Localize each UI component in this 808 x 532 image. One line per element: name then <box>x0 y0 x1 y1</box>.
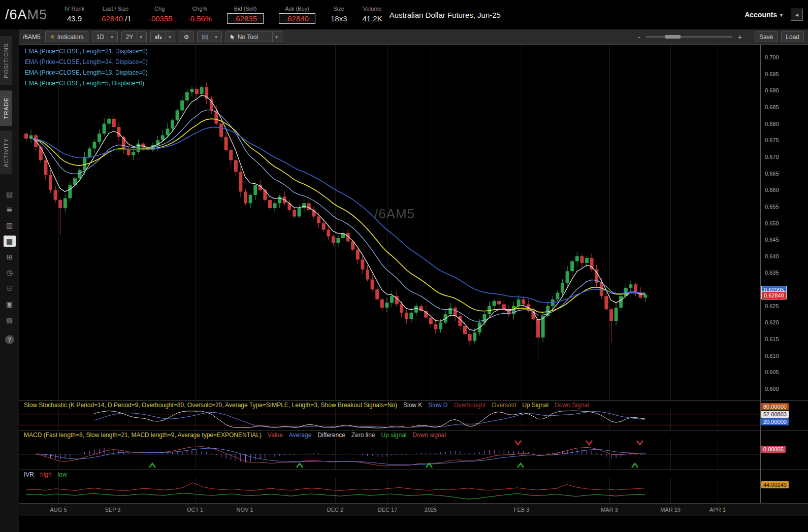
sidebar-tab-trade[interactable]: TRADE <box>0 90 12 126</box>
chevron-down-icon: ▾ <box>166 32 171 42</box>
ema-legend-row-4[interactable]: EMA (Price=CLOSE, Length=5, Displace=0) <box>25 78 148 89</box>
load-button[interactable]: Load <box>781 31 804 42</box>
price-tick: 0.665 <box>765 171 779 177</box>
stochastic-legend-down-signal[interactable]: Down Signal <box>555 402 589 409</box>
stochastic-title[interactable]: Slow Stochastic (K Period=14, D Period=9… <box>24 402 397 409</box>
indicators-button[interactable]: ✳ Indicators <box>45 31 88 42</box>
time-tick-feb-3: FEB 3 <box>514 507 530 513</box>
macd-legend-value[interactable]: Value <box>268 431 283 439</box>
time-tick-mar-19: MAR 19 <box>660 507 681 513</box>
chart-type-select[interactable]: ▾ <box>150 31 176 42</box>
quote-field-value: 43.9 <box>67 14 82 23</box>
quote-field-last-size: Last / Size.62840 /1 <box>100 6 132 23</box>
time-tick-mar-3: MAR 3 <box>601 507 618 513</box>
time-tick-apr-1: APR 1 <box>709 507 726 513</box>
stochastic-legend-up-signal[interactable]: Up Signal <box>522 402 548 409</box>
studies-grid-button[interactable]: ▾ <box>197 31 222 42</box>
price-tick: 0.675 <box>765 137 779 143</box>
price-tick: 0.670 <box>765 154 779 160</box>
zoom-slider[interactable] <box>646 36 732 38</box>
time-axis[interactable]: AUG 5SEP 3OCT 1NOV 1DEC 2DEC 172025FEB 3… <box>19 503 808 516</box>
macd-axis: 0.00005 <box>760 430 808 470</box>
watchlist-icon[interactable]: ▥ <box>4 220 16 231</box>
quote-field-label: Chg <box>154 6 165 12</box>
quote-field-volume: Volume41.2K <box>362 6 382 23</box>
stochastic-legend-slow-k[interactable]: Slow K <box>403 402 422 409</box>
price-tick: 0.660 <box>765 187 779 193</box>
price-tick: 0.605 <box>765 369 779 375</box>
macd-title[interactable]: MACD (Fast length=8, Slow length=21, MAC… <box>24 431 262 439</box>
ivr-title[interactable]: IVR <box>24 471 34 478</box>
stochastic-value-label: 80.00000 <box>761 403 789 410</box>
quotes-icon[interactable]: ▤ <box>4 188 16 200</box>
price-tick: 0.690 <box>765 87 779 93</box>
people-icon[interactable]: ⚇ <box>4 283 16 294</box>
indicators-icon: ✳ <box>50 34 55 41</box>
save-button[interactable]: Save <box>755 31 778 42</box>
grid-icon[interactable]: ⊞ <box>4 251 16 262</box>
last-price-label: 0.62840 <box>761 291 787 300</box>
scanner-icon[interactable]: ≣ <box>4 204 16 215</box>
ema-legend-row-3[interactable]: EMA (Price=CLOSE, Length=13, Displace=0) <box>25 68 148 78</box>
quote-field-value: -.00355 <box>147 14 173 23</box>
timeframe-select[interactable]: 1D ▾ <box>92 31 118 42</box>
ivr-panel: IVRhighlow 44.00249 <box>19 470 808 503</box>
quote-field-size: Size18x3 <box>331 6 347 23</box>
macd-legend-average[interactable]: Average <box>289 431 311 439</box>
quote-field-chg: Chg%-0.56% <box>188 6 212 23</box>
time-tick-nov-1: NOV 1 <box>236 507 253 513</box>
stochastic-panel: Slow Stochastic (K Period=14, D Period=9… <box>19 400 808 430</box>
stochastic-canvas[interactable] <box>19 409 760 430</box>
sidebar-tab-activity[interactable]: ACTIVITY <box>0 131 12 175</box>
clock-icon[interactable]: ◷ <box>4 267 16 278</box>
range-value: 2Y <box>126 34 134 41</box>
zoom-out-button[interactable]: - <box>636 33 642 41</box>
accounts-menu[interactable]: Accounts ▾ <box>745 11 783 19</box>
time-tick-2025: 2025 <box>425 507 437 513</box>
quote-field-value: -0.56% <box>188 14 212 23</box>
quote-field-value: .62835 <box>227 13 264 24</box>
charts-icon[interactable]: ▦ <box>4 236 16 247</box>
quote-field-chg: Chg-.00355 <box>147 6 173 23</box>
price-chart-canvas[interactable] <box>19 45 760 400</box>
ivr-value-label: 44.00249 <box>761 481 789 488</box>
header-bar: /6AM5 IV Rank43.9Last / Size.62840 /1Chg… <box>0 0 808 29</box>
price-tick: 0.620 <box>765 319 779 325</box>
quote-field-label: Ask (Buy) <box>285 6 309 12</box>
macd-legend-zero-line[interactable]: Zero line <box>351 431 375 439</box>
notes-icon[interactable]: ▧ <box>4 314 16 325</box>
quote-field-value: .62840 <box>279 13 315 24</box>
sidebar-icons: ▤≣▥▦⊞◷⚇▣▧? <box>4 188 16 344</box>
macd-legend-difference[interactable]: Difference <box>317 431 345 439</box>
stochastic-legend-oversold[interactable]: Oversold <box>492 402 516 409</box>
ivr-legend-high[interactable]: high <box>40 471 52 478</box>
ivr-canvas[interactable] <box>19 478 760 503</box>
contract-description: Australian Dollar Futures, Jun-25 <box>390 11 501 19</box>
quote-field-label: Volume <box>363 6 382 12</box>
stochastic-legend-overbought[interactable]: Overbought <box>454 402 486 409</box>
chart-settings-button[interactable]: ⚙ <box>179 31 193 42</box>
sidebar-tab-positions[interactable]: POSITIONS <box>0 36 12 85</box>
macd-canvas[interactable] <box>19 439 760 470</box>
ivr-legend: IVRhighlow <box>19 470 760 478</box>
price-tick: 0.635 <box>765 270 779 276</box>
collapse-panel-button[interactable]: ◂ <box>791 9 803 21</box>
ivr-legend-low[interactable]: low <box>58 471 67 478</box>
macd-legend-up-signal[interactable]: Up signal <box>381 431 406 439</box>
chevron-down-icon: ▾ <box>108 32 113 42</box>
archive-icon[interactable]: ▣ <box>4 298 16 310</box>
macd-legend-down-signal[interactable]: Down signal <box>413 431 446 439</box>
drawing-tool-select[interactable]: No Tool ▾ <box>225 31 282 42</box>
timeframe-value: 1D <box>96 34 104 41</box>
zoom-in-button[interactable]: + <box>736 33 744 41</box>
help-icon[interactable]: ? <box>5 335 14 344</box>
stochastic-legend-slow-d[interactable]: Slow D <box>428 402 447 409</box>
ema-legend-row-1[interactable]: EMA (Price=CLOSE, Length=21, Displace=0) <box>25 46 148 57</box>
zoom-slider-handle[interactable] <box>665 35 681 39</box>
ema-legend-row-2[interactable]: EMA (Price=CLOSE, Length=34, Displace=0) <box>25 57 148 68</box>
quote-field-label: Chg% <box>192 6 207 12</box>
time-tick-dec-2: DEC 2 <box>327 507 343 513</box>
price-axis[interactable]: 0.7000.6950.6900.6850.6800.6750.6700.665… <box>760 45 808 400</box>
range-select[interactable]: 2Y ▾ <box>121 31 147 42</box>
collapse-arrow-icon: ◂ <box>795 11 798 18</box>
